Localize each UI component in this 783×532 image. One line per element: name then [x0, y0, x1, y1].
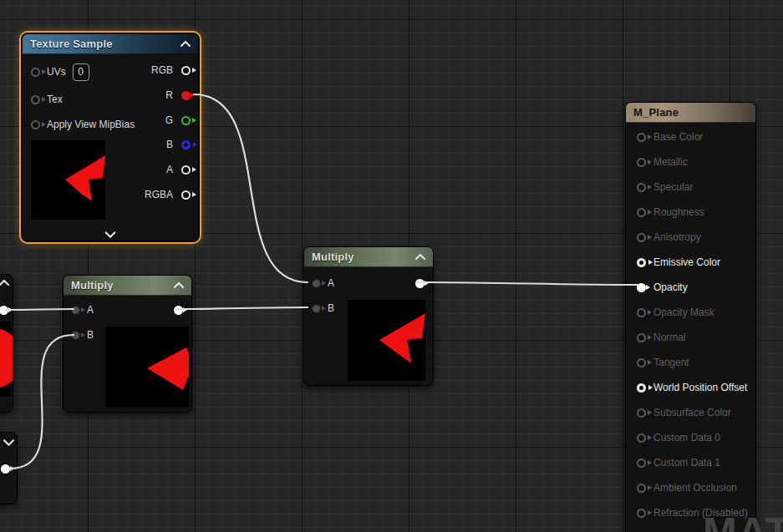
- input-row-a: A: [312, 276, 334, 291]
- wire-r-to-multiply2-a[interactable]: [194, 94, 308, 282]
- pin-label: G: [165, 114, 173, 126]
- material-input-pin[interactable]: [637, 208, 646, 217]
- node-header[interactable]: Multiply: [304, 247, 433, 267]
- output-row-rgba: RGBA: [145, 187, 191, 202]
- pin-label: RGB: [151, 64, 173, 76]
- output-row-g: G: [165, 113, 191, 128]
- collapse-chevron-icon[interactable]: [0, 280, 9, 286]
- output-pin-g[interactable]: [181, 116, 191, 125]
- material-pin-label: Opacity Mask: [653, 307, 714, 318]
- input-row-uvs: UVs 0: [31, 64, 89, 79]
- material-pin-label: Ambient Occlusion: [653, 482, 737, 494]
- material-pin-row[interactable]: Ambient Occlusion: [637, 480, 737, 495]
- material-input-pin[interactable]: [637, 308, 646, 317]
- pin-label: B: [166, 139, 173, 150]
- node-title: Multiply: [312, 251, 354, 263]
- material-pin-row[interactable]: Base Color: [637, 129, 703, 144]
- multiply-preview: [105, 327, 189, 408]
- material-input-pin[interactable]: [637, 358, 646, 367]
- expand-chevron-icon[interactable]: [3, 439, 14, 446]
- material-pin-row[interactable]: Emissive Color: [637, 255, 720, 270]
- material-pin-row[interactable]: Custom Data 0: [637, 430, 720, 445]
- texture-sample-node[interactable]: Texture Sample UVs 0 Tex Apply View MipB…: [22, 33, 199, 241]
- pin-label: A: [328, 277, 334, 289]
- material-input-pin[interactable]: [637, 433, 646, 443]
- input-row-tex: Tex: [31, 92, 63, 107]
- partial-node-left-upper[interactable]: [0, 274, 13, 413]
- pin-label: RGBA: [145, 189, 173, 200]
- material-pin-label: Custom Data 0: [653, 432, 720, 443]
- expand-chevron-icon[interactable]: [105, 231, 116, 238]
- input-row-apply-view-mipbias: Apply View MipBias: [31, 117, 135, 132]
- pin-label: UVs: [47, 66, 66, 78]
- material-pin-label: Base Color: [653, 131, 703, 143]
- wire-multiply2-to-opacity[interactable]: [417, 282, 638, 285]
- texture-preview: [0, 322, 11, 397]
- material-input-pin[interactable]: [637, 408, 646, 418]
- input-pin-b[interactable]: [312, 304, 321, 313]
- material-pin-row[interactable]: Specular: [637, 180, 693, 195]
- wire-left-node-to-multiply1-a[interactable]: [7, 309, 74, 310]
- material-pin-row[interactable]: Subsurface Color: [637, 405, 731, 420]
- output-pin-rgba[interactable]: [181, 190, 191, 200]
- collapse-chevron-icon[interactable]: [180, 41, 191, 47]
- multiply-node-1[interactable]: Multiply A B: [63, 275, 192, 413]
- material-input-pin[interactable]: [637, 383, 646, 393]
- material-pin-row[interactable]: Opacity Mask: [637, 305, 714, 320]
- output-pin-a[interactable]: [181, 165, 191, 175]
- material-input-pin[interactable]: [637, 133, 646, 142]
- material-graph-canvas[interactable]: Texture Sample UVs 0 Tex Apply View MipB…: [0, 0, 783, 532]
- red-shape: [0, 329, 13, 388]
- uvs-value-field[interactable]: 0: [73, 63, 89, 81]
- collapse-chevron-icon[interactable]: [415, 254, 425, 260]
- material-pin-row[interactable]: Opacity: [637, 280, 688, 295]
- material-input-pin[interactable]: [637, 484, 646, 493]
- material-pin-row[interactable]: Metallic: [637, 155, 688, 170]
- wire-multiply1-to-multiply2-b[interactable]: [176, 307, 308, 309]
- node-header[interactable]: Texture Sample: [23, 34, 198, 54]
- collapse-chevron-icon[interactable]: [174, 282, 184, 288]
- multiply-node-2[interactable]: Multiply A B: [303, 246, 434, 386]
- material-pin-label: Custom Data 1: [653, 457, 720, 469]
- output-row-b: B: [166, 137, 191, 152]
- input-pin-apply-view-mipbias[interactable]: [31, 120, 40, 129]
- output-pin-r[interactable]: [181, 91, 191, 100]
- node-header[interactable]: M_Plane: [626, 103, 755, 123]
- material-input-pin[interactable]: [637, 158, 646, 167]
- m-plane-result-node[interactable]: M_Plane Base ColorMetallicSpecularRoughn…: [625, 102, 756, 532]
- node-header[interactable]: Multiply: [64, 276, 191, 296]
- material-pin-label: Tangent: [653, 357, 689, 368]
- output-pin[interactable]: [1, 464, 10, 474]
- material-pin-label: Opacity: [653, 281, 688, 293]
- material-input-pin[interactable]: [637, 258, 646, 267]
- output-pin-b[interactable]: [181, 140, 191, 149]
- material-pin-label: Specular: [653, 181, 693, 193]
- material-input-pin[interactable]: [637, 459, 646, 468]
- input-pin-uvs[interactable]: [31, 68, 40, 77]
- material-pin-row[interactable]: Normal: [637, 330, 686, 345]
- material-input-pin[interactable]: [637, 509, 646, 518]
- pin-label: A: [87, 304, 94, 316]
- material-pin-row[interactable]: Roughness: [637, 205, 704, 220]
- material-pin-row[interactable]: World Position Offset: [637, 380, 747, 395]
- input-pin-a[interactable]: [312, 279, 321, 288]
- material-pin-label: Emissive Color: [653, 256, 720, 268]
- material-pin-row[interactable]: Custom Data 1: [637, 455, 720, 470]
- pin-label: R: [165, 89, 173, 101]
- pin-label: Apply View MipBias: [47, 119, 135, 130]
- material-pin-label: Subsurface Color: [653, 407, 731, 418]
- material-pin-row[interactable]: Anisotropy: [637, 230, 701, 245]
- material-input-pin[interactable]: [637, 233, 646, 242]
- material-input-pin[interactable]: [637, 183, 646, 192]
- texture-preview: [31, 140, 105, 220]
- input-pin-tex[interactable]: [31, 95, 40, 104]
- output-pin-rgb[interactable]: [181, 66, 191, 75]
- red-wedge-shape: [147, 347, 189, 390]
- node-title: Texture Sample: [30, 38, 113, 50]
- multiply-preview: [348, 300, 425, 381]
- material-input-pin[interactable]: [637, 333, 646, 342]
- material-watermark-text: MAT: [703, 511, 783, 532]
- material-pin-row[interactable]: Tangent: [637, 355, 689, 370]
- output-row-a: A: [166, 162, 191, 177]
- output-row-rgb: RGB: [151, 63, 191, 78]
